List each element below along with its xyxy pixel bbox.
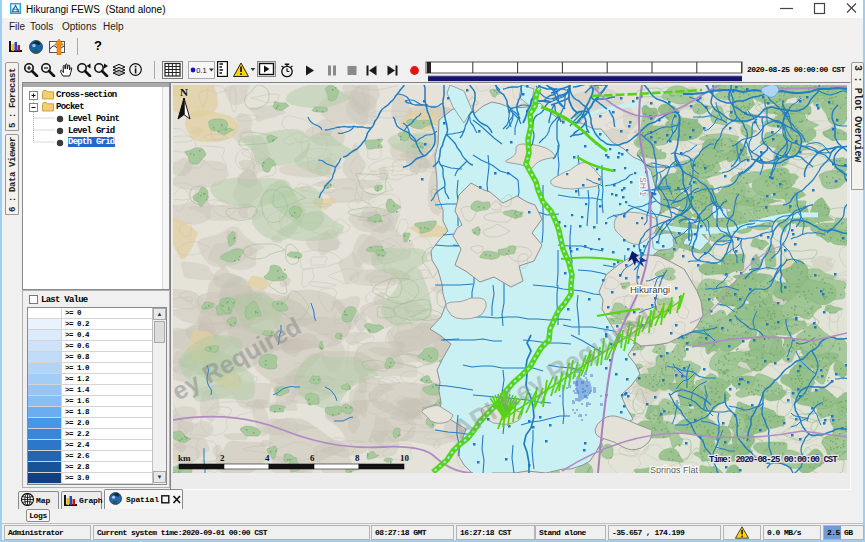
svg-text:2: 2	[220, 453, 225, 463]
svg-text:Springs Flat: Springs Flat	[650, 465, 699, 473]
svg-text:10: 10	[400, 453, 410, 463]
svg-text:SH 1: SH 1	[638, 177, 648, 196]
svg-text:Time: 2020-08-25 00:00:00 CST: Time: 2020-08-25 00:00:00 CST	[709, 455, 838, 465]
svg-text:km: km	[178, 453, 191, 463]
svg-text:N: N	[180, 86, 188, 98]
svg-text:8: 8	[355, 453, 360, 463]
svg-text:6: 6	[310, 453, 315, 463]
svg-text:Hikurangi: Hikurangi	[630, 284, 670, 295]
svg-text:4: 4	[265, 453, 270, 463]
svg-text:0.1: 0.1	[196, 66, 206, 75]
